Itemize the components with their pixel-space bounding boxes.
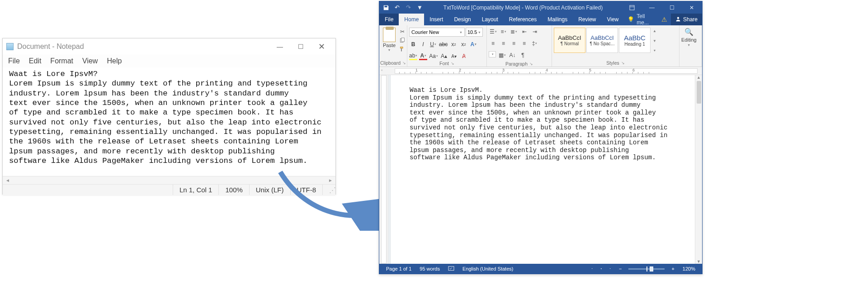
zoom-slider-thumb[interactable] [650, 266, 653, 271]
notepad-horizontal-scrollbar[interactable]: ◄ ► [3, 176, 335, 184]
align-left-button[interactable]: ≡ [489, 39, 497, 48]
print-layout-button[interactable] [597, 266, 606, 271]
clear-formatting-button[interactable]: A̷ [460, 52, 468, 60]
tab-design[interactable]: Design [448, 14, 476, 25]
qat-dropdown-icon[interactable]: ▼ [416, 4, 424, 11]
bullets-button[interactable]: ☰▾ [489, 28, 497, 36]
zoom-out-button[interactable]: − [615, 266, 626, 271]
document-text[interactable]: Waat is Lore IpsvM. Lorem Ipsum is simpl… [410, 86, 680, 162]
tab-file[interactable]: File [379, 14, 399, 25]
highlight-color-button[interactable]: ab▾ [409, 52, 417, 60]
status-spellcheck-icon[interactable] [444, 266, 458, 271]
multilevel-list-button[interactable]: ≣▾ [509, 28, 518, 36]
tab-layout[interactable]: Layout [476, 14, 504, 25]
dialog-launcher-icon[interactable]: ↘ [451, 61, 454, 66]
text-effects-button[interactable]: A▾ [469, 40, 477, 48]
numbering-button[interactable]: ≡▾ [499, 28, 508, 36]
ruler-corner-icon[interactable]: ▫ [381, 68, 382, 72]
tab-home[interactable]: Home [399, 14, 424, 25]
menu-view[interactable]: View [82, 57, 98, 65]
minimize-button[interactable]: — [642, 2, 661, 13]
superscript-button[interactable]: x2 [459, 40, 467, 48]
decrease-indent-button[interactable]: ⇤ [520, 28, 528, 36]
style-no-spacing[interactable]: AaBbCcI ¶ No Spac... [586, 28, 618, 53]
tab-review[interactable]: Review [573, 14, 601, 25]
ribbon-display-options-button[interactable] [623, 2, 642, 13]
tell-me-search[interactable]: 💡 Tell me... [624, 14, 658, 25]
borders-button[interactable]: ▦▾ [498, 51, 506, 59]
shading-button[interactable]: ▾ [489, 51, 496, 57]
tab-references[interactable]: References [504, 14, 542, 25]
word-titlebar[interactable]: ↶ ↷ ▼ TxtToWord [Compatibility Mode] - W… [379, 1, 702, 14]
undo-icon[interactable]: ↶ [393, 4, 401, 11]
increase-indent-button[interactable]: ⇥ [530, 28, 539, 36]
bold-button[interactable]: B [409, 40, 417, 48]
activation-warning-icon[interactable]: ⚠ [658, 14, 671, 25]
format-painter-icon[interactable] [399, 46, 405, 52]
vertical-ruler[interactable] [379, 75, 388, 264]
line-spacing-button[interactable]: ‡▾ [530, 39, 539, 48]
menu-help[interactable]: Help [107, 57, 122, 65]
status-word-count[interactable]: 95 words [415, 266, 444, 271]
minimize-button[interactable]: — [269, 40, 290, 53]
justify-button[interactable]: ≡ [520, 39, 528, 48]
menu-file[interactable]: File [8, 57, 20, 65]
menu-edit[interactable]: Edit [29, 57, 42, 65]
read-mode-button[interactable] [588, 266, 597, 271]
show-hide-marks-button[interactable]: ¶ [519, 51, 527, 59]
font-size-combo[interactable]: 10.5 ▼ [466, 28, 483, 37]
close-button[interactable]: ✕ [682, 2, 701, 13]
copy-icon[interactable] [399, 38, 405, 43]
notepad-titlebar[interactable]: Document - Notepad — ☐ ✕ [3, 38, 335, 55]
scroll-left-icon[interactable]: ◄ [5, 178, 10, 183]
chevron-down-icon[interactable]: ▼ [651, 39, 658, 43]
align-right-button[interactable]: ≡ [509, 39, 518, 48]
underline-button[interactable]: U▾ [429, 40, 437, 48]
change-case-button[interactable]: Aa▾ [429, 52, 438, 60]
tab-view[interactable]: View [602, 14, 624, 25]
styles-gallery-scroll[interactable]: ▲ ▼ ▾ [651, 28, 658, 54]
zoom-slider[interactable] [628, 268, 665, 270]
shrink-font-button[interactable]: A▾ [450, 52, 458, 60]
chevron-up-icon[interactable]: ▲ [651, 29, 658, 33]
dialog-launcher-icon[interactable]: ↘ [621, 61, 625, 65]
menu-format[interactable]: Format [50, 57, 73, 65]
style-heading1[interactable]: AaBbC Heading 1 [619, 28, 651, 53]
close-button[interactable]: ✕ [311, 40, 332, 53]
document-page[interactable]: Waat is Lore IpsvM. Lorem Ipsum is simpl… [391, 75, 698, 264]
style-normal[interactable]: AaBbCcI ¶ Normal [554, 28, 585, 53]
tab-insert[interactable]: Insert [424, 14, 448, 25]
zoom-in-button[interactable]: + [667, 266, 678, 271]
align-center-button[interactable]: ≡ [499, 39, 508, 48]
status-page[interactable]: Page 1 of 1 [382, 266, 415, 271]
editing-button[interactable]: 🔍 Editing ▼ [681, 28, 697, 47]
scroll-up-icon[interactable]: ▲ [697, 75, 701, 80]
zoom-level[interactable]: 120% [679, 266, 699, 271]
scroll-right-icon[interactable]: ► [328, 178, 333, 183]
web-layout-button[interactable] [606, 266, 615, 271]
subscript-button[interactable]: x2 [449, 40, 458, 48]
maximize-button[interactable]: ☐ [662, 2, 681, 13]
dialog-launcher-icon[interactable]: ↘ [402, 61, 406, 65]
tab-mailings[interactable]: Mailings [542, 14, 573, 25]
strikethrough-button[interactable]: abc [439, 40, 448, 48]
scrollbar-thumb[interactable] [697, 81, 701, 104]
save-icon[interactable] [382, 4, 390, 11]
font-color-button[interactable]: A▾ [419, 52, 427, 60]
grow-font-button[interactable]: A▴ [440, 52, 448, 60]
italic-button[interactable]: I [419, 40, 427, 48]
scroll-down-icon[interactable]: ▼ [697, 259, 701, 264]
resize-grip-icon[interactable]: ⋰ [322, 185, 335, 195]
horizontal-ruler[interactable]: ▫ 123456 [379, 67, 702, 75]
status-language[interactable]: English (United States) [458, 266, 518, 271]
sort-button[interactable]: A↓ [508, 51, 517, 59]
vertical-scrollbar[interactable]: ▲ ▼ [695, 75, 702, 264]
paste-button[interactable]: Paste ▼ [381, 28, 397, 52]
notepad-text-area[interactable]: Waat is Lore IpsvM? Lorem Ipsum is simpl… [3, 67, 335, 176]
expand-gallery-icon[interactable]: ▾ [651, 48, 658, 52]
share-button[interactable]: Share [671, 14, 702, 25]
redo-icon[interactable]: ↷ [405, 4, 412, 11]
maximize-button[interactable]: ☐ [290, 40, 311, 53]
cut-icon[interactable]: ✂ [399, 29, 405, 35]
dialog-launcher-icon[interactable]: ↘ [529, 62, 533, 66]
